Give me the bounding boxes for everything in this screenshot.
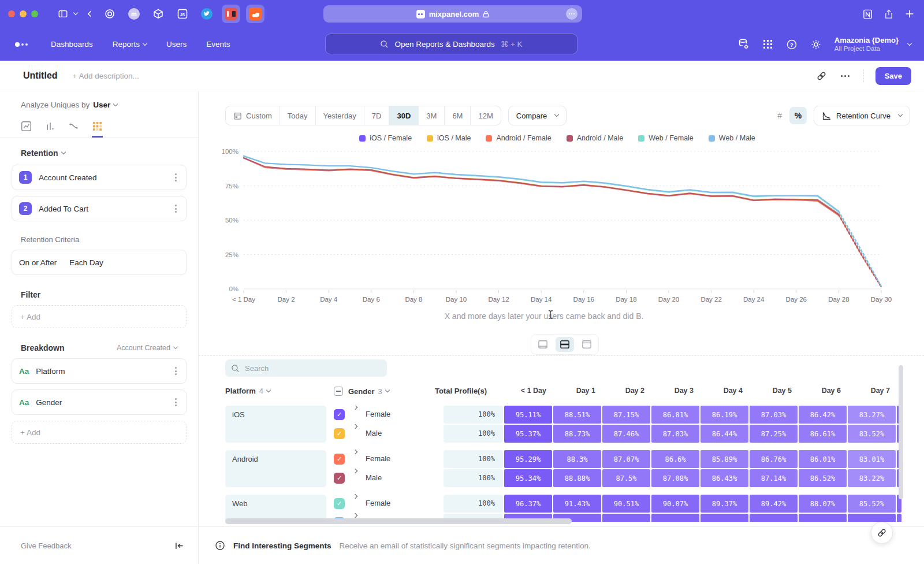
retention-value-cell[interactable]: 91.43%	[553, 495, 601, 513]
series-checkbox[interactable]: ✓	[334, 473, 345, 484]
retention-criteria-selector[interactable]: On or After Each Day	[12, 250, 187, 275]
layout-split-button[interactable]	[556, 337, 574, 352]
expand-row-icon[interactable]	[353, 469, 357, 473]
collapse-sidebar-icon[interactable]	[174, 541, 184, 550]
legend-item[interactable]: Android / Female	[486, 134, 551, 142]
table-search-input[interactable]	[245, 364, 372, 373]
retention-value-cell[interactable]: 88.07%	[799, 495, 847, 513]
more-actions-icon[interactable]	[839, 73, 852, 79]
tab-insights[interactable]	[21, 121, 32, 138]
retention-value-cell[interactable]: 87.46%	[602, 425, 650, 443]
range-12m[interactable]: 12M	[471, 106, 500, 125]
retention-value-cell[interactable]	[701, 514, 748, 522]
retention-value-cell[interactable]: 87.14%	[750, 469, 798, 487]
settings-gear-icon[interactable]	[810, 39, 822, 50]
compare-button[interactable]: Compare	[508, 106, 567, 125]
retention-value-cell[interactable]: 87.15%	[602, 406, 650, 424]
column-gender[interactable]: Gender3	[334, 387, 389, 396]
retention-value-cell[interactable]: 88.51%	[553, 406, 601, 424]
retention-value-cell[interactable]: 90.51%	[602, 495, 650, 513]
retention-step-2[interactable]: 2 Added To Cart	[12, 196, 187, 221]
data-management-icon[interactable]	[737, 38, 750, 50]
series-checkbox[interactable]: ✓	[334, 428, 345, 439]
save-button[interactable]: Save	[875, 67, 911, 85]
retention-value-cell[interactable]: 90.07%	[651, 495, 699, 513]
retention-value-cell[interactable]	[799, 514, 847, 522]
report-title[interactable]: Untitled	[23, 70, 58, 81]
retention-value-cell[interactable]: 87.5%	[602, 469, 650, 487]
expand-row-icon[interactable]	[353, 450, 357, 454]
retention-value-cell[interactable]: 83.52%	[848, 425, 896, 443]
retention-value-cell[interactable]: 87.25%	[750, 425, 798, 443]
retention-value-cell[interactable]	[750, 514, 798, 522]
url-bar[interactable]: mixpanel.com	[323, 5, 582, 23]
tab-icon-cube[interactable]	[149, 5, 167, 23]
layout-table-focus-button[interactable]	[578, 337, 596, 352]
retention-value-cell[interactable]: 86.44%	[701, 425, 748, 443]
breakdown-scope-selector[interactable]: Account Created	[117, 344, 177, 352]
browser-sidebar-icon[interactable]	[58, 9, 77, 19]
legend-item[interactable]: Web / Male	[709, 134, 755, 142]
minimize-window-button[interactable]	[20, 10, 27, 17]
retention-step-1[interactable]: 1 Account Created	[12, 165, 187, 190]
retention-value-cell[interactable]: 89.42%	[750, 495, 798, 513]
tab-icon-js[interactable]: JS	[173, 5, 192, 23]
range-custom[interactable]: Custom	[226, 106, 280, 125]
range-30d[interactable]: 30D	[389, 106, 419, 125]
step-options-icon[interactable]	[173, 202, 179, 215]
help-icon[interactable]: ?	[786, 39, 798, 50]
copy-link-icon[interactable]	[816, 70, 827, 81]
legend-item[interactable]: Web / Female	[638, 134, 694, 142]
step-options-icon[interactable]	[173, 171, 179, 184]
horizontal-scrollbar[interactable]	[225, 518, 572, 524]
series-checkbox[interactable]: ✓	[334, 409, 345, 420]
retention-value-cell[interactable]: 87.07%	[602, 450, 650, 468]
legend-item[interactable]: Android / Male	[567, 134, 624, 142]
range-3m[interactable]: 3M	[419, 106, 445, 125]
retention-value-cell[interactable]: 95.34%	[504, 469, 552, 487]
tab-flows[interactable]	[68, 121, 79, 138]
tab-retention[interactable]	[92, 121, 103, 138]
give-feedback-link[interactable]: Give Feedback	[21, 541, 71, 550]
retention-value-cell[interactable]: 87.08%	[651, 469, 699, 487]
series-checkbox[interactable]: ✓	[334, 498, 345, 509]
retention-value-cell[interactable]: 85.52%	[848, 495, 896, 513]
tab-icon-bird[interactable]	[198, 5, 216, 23]
range-7d[interactable]: 7D	[364, 106, 390, 125]
layout-chart-focus-button[interactable]	[534, 337, 552, 352]
retention-value-cell[interactable]: 85.89%	[701, 450, 748, 468]
tab-icon-red-app[interactable]	[222, 5, 240, 23]
tab-icon-avatar-m[interactable]: m	[125, 5, 143, 23]
series-checkbox[interactable]: ✓	[334, 454, 345, 465]
retention-value-cell[interactable]: 86.6%	[651, 450, 699, 468]
retention-value-cell[interactable]: 86.81%	[651, 406, 699, 424]
range-6m[interactable]: 6M	[445, 106, 471, 125]
tab-icon-soundcloud[interactable]	[246, 5, 264, 23]
legend-item[interactable]: iOS / Female	[359, 134, 412, 142]
chart-type-selector[interactable]: Retention Curve	[814, 106, 910, 125]
select-all-checkbox[interactable]	[334, 387, 343, 396]
range-yesterday[interactable]: Yesterday	[316, 106, 364, 125]
notion-extension-icon[interactable]	[862, 9, 873, 20]
expand-row-icon[interactable]	[353, 513, 357, 518]
breakdown-options-icon[interactable]	[173, 365, 179, 377]
unit-percent-button[interactable]: %	[789, 107, 807, 124]
add-description[interactable]: + Add description...	[73, 72, 139, 80]
url-extensions-icon[interactable]	[566, 8, 578, 20]
retention-value-cell[interactable]: 89.37%	[701, 495, 748, 513]
retention-value-cell[interactable]: 86.01%	[799, 450, 847, 468]
retention-value-cell[interactable]: 88.73%	[553, 425, 601, 443]
retention-value-cell[interactable]: 95.29%	[504, 450, 552, 468]
retention-value-cell[interactable]: 87.03%	[750, 406, 798, 424]
vertical-scrollbar[interactable]	[899, 365, 903, 499]
retention-value-cell[interactable]: 83.01%	[848, 450, 896, 468]
back-icon[interactable]	[85, 9, 95, 18]
share-icon[interactable]	[884, 9, 894, 20]
global-search[interactable]: Open Reports & Dashboards ⌘ + K	[325, 34, 578, 54]
retention-value-cell[interactable]: 96.37%	[504, 495, 552, 513]
retention-value-cell[interactable]: 86.19%	[701, 406, 748, 424]
breakdown-platform[interactable]: Aa Platform	[12, 358, 187, 384]
legend-item[interactable]: iOS / Male	[427, 134, 471, 142]
column-platform[interactable]: Platform4	[225, 387, 270, 395]
breakdown-options-icon[interactable]	[173, 396, 179, 409]
